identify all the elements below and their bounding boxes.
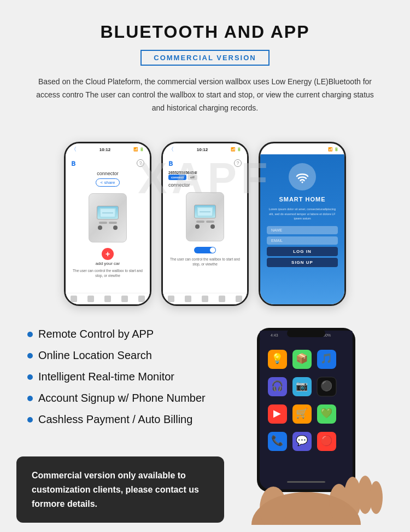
phone1-desc: The user can control the wallbox to star…: [71, 268, 144, 278]
bullet-5: [27, 417, 33, 423]
feature-text-1: Remote Control by APP: [38, 328, 154, 340]
bullet-2: [27, 353, 33, 358]
toggle-switch[interactable]: [194, 247, 216, 253]
charger-image-1: [89, 193, 127, 242]
name-input[interactable]: NAME: [267, 226, 338, 234]
login-button[interactable]: LOG IN: [267, 247, 338, 256]
main-title: BLUETOOTH AND APP: [33, 22, 377, 42]
time-3: 10:12: [266, 147, 277, 152]
phone-mockup-2: 〈 10:12 📶 🔋 ʙ ? 2655255856454! connect o…: [161, 142, 249, 306]
status-bar-1: 〈 10:12 📶 🔋: [66, 143, 150, 154]
header-section: BLUETOOTH AND APP COMMERCIAL VERSION Bas…: [0, 0, 410, 125]
nav-menu[interactable]: [138, 296, 145, 302]
wheel-left: [98, 225, 102, 230]
bullet-4: [27, 396, 33, 401]
phone-notch-area: [287, 329, 325, 337]
phone2-inner: ʙ ? 2655255856454! connect off connector: [163, 154, 247, 304]
help-icon-2: ?: [234, 159, 242, 167]
charger-wheels: [98, 225, 118, 230]
wheel-right: [113, 225, 118, 230]
phone1-nav: [66, 293, 150, 304]
nav-search-2[interactable]: [185, 296, 191, 302]
nav-home-2[interactable]: [168, 296, 174, 302]
phone2-content-area: ʙ ? 2655255856454! connect off connector: [163, 154, 247, 304]
wifi-icon-circle: [289, 163, 316, 190]
feature-text-2: Online Location Search: [38, 349, 152, 362]
feature-text-4: Account Signup w/ Phone Number: [38, 392, 206, 404]
charger-line-1: [99, 222, 107, 224]
svg-text:💬: 💬: [296, 435, 308, 447]
phone1-inner: ʙ ? connector < share: [66, 154, 150, 304]
svg-text:📞: 📞: [271, 435, 284, 447]
svg-text:📦: 📦: [296, 352, 308, 365]
bullet-3: [27, 374, 33, 380]
charger-body-2: [196, 221, 214, 223]
feature-text-3: Intelligent Real-time Monitor: [38, 371, 174, 383]
phone3-content-area: SMART HOME Lorem ipsum dolor sit amet, c…: [260, 154, 344, 304]
charger-line-3: [196, 221, 204, 223]
nav-search[interactable]: [87, 296, 94, 302]
add-car-button[interactable]: +: [102, 248, 114, 260]
charger-screen-1: [97, 206, 119, 219]
svg-text:💡: 💡: [271, 352, 284, 365]
home-indicator: [287, 481, 325, 483]
phone-mockup-1: 〈 10:12 📶 🔋 ʙ ? connector < share: [64, 142, 151, 306]
back-arrow-2: 〈: [168, 146, 174, 153]
svg-text:🎧: 🎧: [271, 380, 284, 392]
description-text: Based on the Cloud Plateform, the commer…: [36, 76, 374, 114]
status-icons-1: 📶 🔋: [133, 147, 144, 152]
status-icons-3: 📶 🔋: [328, 147, 339, 152]
share-btn[interactable]: < share: [96, 178, 120, 187]
charger-line-2: [109, 222, 117, 224]
svg-text:▶: ▶: [273, 408, 281, 419]
wheel-right-2: [210, 224, 215, 229]
svg-point-6: [302, 182, 303, 183]
charger-body: [99, 222, 117, 224]
svg-text:💚: 💚: [320, 407, 333, 419]
features-and-hand-section: Remote Control by APP Online Location Se…: [0, 317, 410, 525]
version-badge: COMMERCIAL VERSION: [140, 50, 269, 66]
device-id: 2655255856454!: [168, 171, 242, 175]
help-icon: ?: [137, 159, 144, 167]
time-2: 10:12: [197, 147, 208, 152]
connector-label: connector: [97, 171, 119, 176]
hand-phone-illustration: 💡 📦 🎵 🎧 📷 ⚫ ▶ 🛒 💚: [191, 322, 410, 525]
hand-svg: 💡 📦 🎵 🎧 📷 ⚫ ▶ 🛒 💚: [191, 322, 410, 525]
phone2-header: ʙ ?: [168, 159, 242, 167]
bluetooth-icon-2: ʙ: [168, 159, 173, 167]
nav-heart[interactable]: [121, 296, 128, 302]
nav-profile[interactable]: [104, 296, 111, 302]
charger-wheels-2: [195, 224, 215, 229]
nav-profile-2[interactable]: [202, 296, 208, 302]
phone1-content-area: ʙ ? connector < share: [66, 154, 150, 304]
svg-text:🎵: 🎵: [320, 352, 333, 365]
nav-home[interactable]: [71, 296, 77, 302]
signup-button[interactable]: SIGN UP: [267, 258, 338, 267]
connect-off-btn[interactable]: off: [188, 175, 197, 180]
svg-text:🛒: 🛒: [296, 407, 308, 419]
connect-buttons: connect off: [168, 175, 242, 180]
back-arrow-1: 〈: [71, 146, 77, 153]
feature-text-5: Cashless Payment / Auto Billing: [38, 413, 192, 426]
charger-screen-2: [194, 205, 216, 218]
nav-heart-2[interactable]: [219, 296, 225, 302]
phone1-top: ʙ ?: [71, 159, 144, 167]
smart-home-title: SMART HOME: [279, 196, 325, 203]
email-input[interactable]: EMAIL: [267, 236, 338, 245]
nav-menu-2[interactable]: [236, 296, 242, 302]
svg-text:📷: 📷: [296, 380, 308, 392]
wheel-left-2: [195, 224, 200, 229]
notice-text: Commercial version only available to cus…: [32, 469, 209, 511]
svg-text:⚫: ⚫: [320, 380, 333, 392]
phone2-nav: [163, 293, 247, 304]
bluetooth-icon: ʙ: [71, 159, 75, 167]
status-bar-2: 〈 10:12 📶 🔋: [163, 143, 247, 154]
svg-text:🔴: 🔴: [320, 435, 333, 447]
charger-line-4: [206, 221, 214, 223]
connect-on-btn[interactable]: connect: [168, 175, 186, 180]
smart-home-desc: Lorem ipsum dolor sit amet, consectetura…: [267, 207, 338, 221]
time-1: 10:12: [99, 147, 110, 152]
page-wrapper: BLUETOOTH AND APP COMMERCIAL VERSION Bas…: [0, 0, 410, 532]
status-icons-2: 📶 🔋: [231, 147, 242, 152]
phones-section: 〈 10:12 📶 🔋 ʙ ? connector < share: [0, 125, 410, 317]
